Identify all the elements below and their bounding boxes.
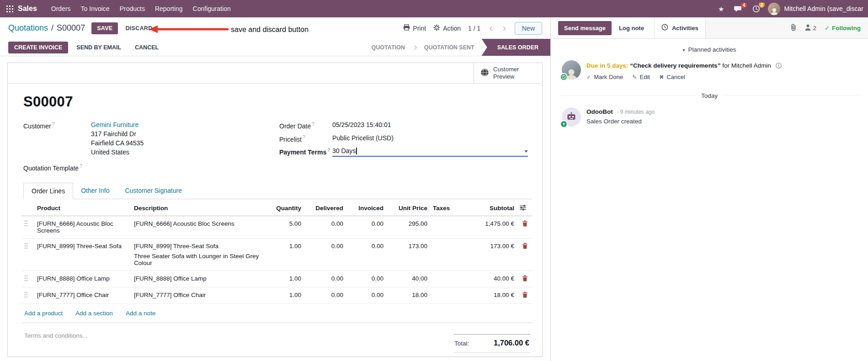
menu-configuration[interactable]: Configuration bbox=[188, 0, 236, 17]
stage-quotation-sent[interactable]: QUOTATION SENT bbox=[417, 39, 482, 56]
order-line-row[interactable]: [FURN_8888] Office Lamp [FURN_8888] Offi… bbox=[21, 271, 533, 287]
dropdown-caret-icon[interactable] bbox=[524, 150, 528, 153]
print-button[interactable]: Print bbox=[403, 24, 426, 32]
star-icon[interactable]: ★ bbox=[716, 5, 726, 13]
cell-taxes[interactable] bbox=[430, 216, 465, 238]
address-line-1: 317 Fairchild Dr bbox=[91, 130, 144, 138]
new-button[interactable]: New bbox=[515, 22, 542, 35]
drag-handle-icon[interactable] bbox=[21, 238, 34, 271]
cell-quantity[interactable]: 5.00 bbox=[268, 216, 304, 238]
cell-invoiced[interactable]: 0.00 bbox=[346, 216, 386, 238]
menu-reporting[interactable]: Reporting bbox=[150, 0, 188, 17]
cell-invoiced[interactable]: 0.00 bbox=[346, 271, 386, 287]
activities-tab[interactable]: Activities bbox=[654, 17, 706, 38]
activity-info-icon[interactable] bbox=[776, 63, 782, 69]
pager-previous-button[interactable]: ‹ bbox=[488, 23, 494, 33]
apps-grid-icon[interactable] bbox=[6, 5, 13, 12]
send-by-email-button[interactable]: SEND BY EMAIL bbox=[71, 42, 127, 53]
order-line-row[interactable]: [FURN_6666] Acoustic Bloc Screens [FURN_… bbox=[21, 216, 533, 238]
activity-clock-icon[interactable]: 2 bbox=[750, 4, 762, 14]
help-icon: ? bbox=[312, 122, 314, 127]
cell-product[interactable]: [FURN_8999] Three-Seat Sofa bbox=[34, 238, 131, 271]
payment-terms-input[interactable]: 30 Days bbox=[332, 147, 528, 157]
optional-columns-icon[interactable] bbox=[517, 200, 533, 216]
check-icon: ✓ bbox=[825, 25, 830, 32]
pricelist-value[interactable]: Public Pricelist (USD) bbox=[332, 134, 394, 143]
delete-line-button[interactable] bbox=[517, 238, 533, 271]
cell-description[interactable]: [FURN_8888] Office Lamp bbox=[131, 271, 268, 287]
cell-unit-price[interactable]: 18.00 bbox=[386, 287, 430, 303]
cell-delivered[interactable]: 0.00 bbox=[304, 287, 346, 303]
order-line-row[interactable]: [FURN_8999] Three-Seat Sofa [FURN_8999] … bbox=[21, 238, 533, 271]
stage-quotation[interactable]: QUOTATION bbox=[364, 39, 412, 56]
message-author[interactable]: OdooBot bbox=[586, 108, 613, 115]
following-button[interactable]: ✓ Following bbox=[825, 25, 861, 32]
cell-unit-price[interactable]: 295.00 bbox=[386, 216, 430, 238]
help-icon: ? bbox=[80, 164, 82, 169]
messages-badge: 4 bbox=[741, 3, 747, 9]
cell-description[interactable]: [FURN_7777] Office Chair bbox=[131, 287, 268, 303]
stage-sales-order[interactable]: SALES ORDER bbox=[482, 39, 550, 56]
action-button[interactable]: Action bbox=[433, 24, 461, 32]
add-a-product-link[interactable]: Add a product bbox=[24, 310, 63, 317]
customer-preview-button[interactable]: Customer Preview bbox=[474, 63, 542, 83]
cell-product[interactable]: [FURN_6666] Acoustic Bloc Screens bbox=[34, 216, 131, 238]
cell-quantity[interactable]: 1.00 bbox=[268, 287, 304, 303]
cell-delivered[interactable]: 0.00 bbox=[304, 271, 346, 287]
edit-activity-button[interactable]: ✎Edit bbox=[632, 74, 650, 80]
cell-taxes[interactable] bbox=[430, 287, 465, 303]
add-a-section-link[interactable]: Add a section bbox=[75, 310, 113, 317]
handle-column-header bbox=[21, 200, 34, 216]
menu-to-invoice[interactable]: To Invoice bbox=[76, 0, 115, 17]
line-link-row: Add a product Add a section Add a note bbox=[21, 304, 532, 323]
cell-description[interactable]: [FURN_6666] Acoustic Bloc Screens bbox=[131, 216, 268, 238]
cell-taxes[interactable] bbox=[430, 271, 465, 287]
drag-handle-icon[interactable] bbox=[21, 216, 34, 238]
edit-label: Edit bbox=[640, 74, 650, 80]
cancel-activity-button[interactable]: ✖Cancel bbox=[659, 74, 685, 80]
delete-line-button[interactable] bbox=[517, 216, 533, 238]
cell-product[interactable]: [FURN_7777] Office Chair bbox=[34, 287, 131, 303]
cell-unit-price[interactable]: 40.00 bbox=[386, 271, 430, 287]
save-button[interactable]: SAVE bbox=[91, 22, 118, 34]
drag-handle-icon[interactable] bbox=[21, 271, 34, 287]
delete-line-button[interactable] bbox=[517, 287, 533, 303]
messages-icon[interactable]: 4 bbox=[732, 5, 745, 13]
tab-other-info[interactable]: Other Info bbox=[73, 183, 117, 199]
log-note-button[interactable]: Log note bbox=[613, 21, 650, 35]
delete-line-button[interactable] bbox=[517, 271, 533, 287]
order-lines-table: Product Description Quantity Delivered I… bbox=[21, 200, 533, 304]
cell-description[interactable]: [FURN_8999] Three-Seat SofaThree Seater … bbox=[131, 238, 268, 271]
create-invoice-button[interactable]: CREATE INVOICE bbox=[8, 42, 68, 53]
planned-activities-header[interactable]: ▾Planned activities bbox=[559, 46, 860, 53]
tab-customer-signature[interactable]: Customer Signature bbox=[117, 183, 190, 199]
customer-link[interactable]: Gemini Furniture bbox=[91, 121, 138, 128]
cell-delivered[interactable]: 0.00 bbox=[304, 238, 346, 271]
cell-quantity[interactable]: 1.00 bbox=[268, 271, 304, 287]
tab-order-lines[interactable]: Order Lines bbox=[23, 183, 73, 199]
order-date-value[interactable]: 05/25/2023 15:40:01 bbox=[332, 121, 391, 130]
drag-handle-icon[interactable] bbox=[21, 287, 34, 303]
attach-files-button[interactable] bbox=[790, 24, 797, 32]
cell-taxes[interactable] bbox=[430, 238, 465, 271]
cell-quantity[interactable]: 1.00 bbox=[268, 238, 304, 271]
mark-done-button[interactable]: ✓Mark Done bbox=[586, 74, 623, 80]
add-a-note-link[interactable]: Add a note bbox=[126, 310, 155, 317]
menu-products[interactable]: Products bbox=[115, 0, 150, 17]
order-line-row[interactable]: [FURN_7777] Office Chair [FURN_7777] Off… bbox=[21, 287, 533, 303]
pager-next-button[interactable]: › bbox=[501, 23, 507, 33]
breadcrumb-quotations-link[interactable]: Quotations bbox=[8, 23, 48, 33]
user-menu[interactable]: Mitchell Admin (save_discar bbox=[768, 3, 863, 15]
cell-invoiced[interactable]: 0.00 bbox=[346, 238, 386, 271]
followers-button[interactable]: 2 bbox=[805, 24, 817, 32]
menu-orders[interactable]: Orders bbox=[46, 0, 76, 17]
app-name[interactable]: Sales bbox=[18, 5, 37, 13]
terms-input[interactable]: Terms and conditions... bbox=[24, 332, 88, 339]
cell-unit-price[interactable]: 173.00 bbox=[386, 238, 430, 271]
cell-invoiced[interactable]: 0.00 bbox=[346, 287, 386, 303]
cell-product[interactable]: [FURN_8888] Office Lamp bbox=[34, 271, 131, 287]
send-message-button[interactable]: Send message bbox=[558, 21, 612, 35]
discard-button[interactable]: DISCARD bbox=[121, 22, 157, 34]
cancel-button[interactable]: CANCEL bbox=[129, 42, 164, 53]
cell-delivered[interactable]: 0.00 bbox=[304, 216, 346, 238]
